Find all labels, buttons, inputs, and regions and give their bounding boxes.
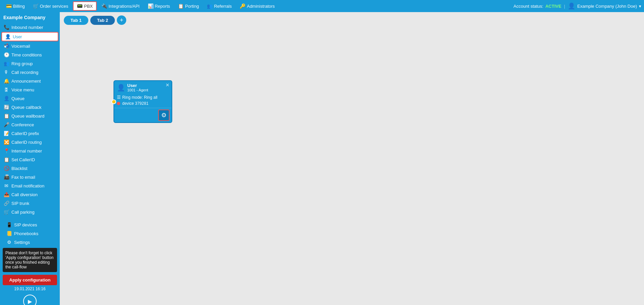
call-parking-icon: 🛒 xyxy=(3,209,9,215)
sidebar-item-callerid-routing[interactable]: 🔀CallerID routing xyxy=(0,138,60,146)
gear-icon: ⚙ xyxy=(161,112,167,119)
porting-icon: 📋 xyxy=(178,3,184,9)
main-layout: Example Company 📞Inbound number👤User📬Voi… xyxy=(0,12,644,305)
user-icon: 👤 xyxy=(5,34,11,39)
sidebar-item-sip-trunk[interactable]: 🔗SIP trunk xyxy=(0,199,60,208)
node-title-group: User 1001 - Agent xyxy=(127,83,148,92)
nav-item-pbx[interactable]: 📟PBX xyxy=(73,1,97,11)
sidebar-item-voice-menu[interactable]: 🎛Voice menu xyxy=(0,85,60,94)
ring-group-label: Ring group xyxy=(11,61,33,66)
call-recording-icon: 🎙 xyxy=(3,70,9,75)
nav-item-referrals[interactable]: 👥Referrals xyxy=(203,2,235,10)
nav-right: Account status: ACTIVE | 👤 Example Compa… xyxy=(513,2,641,10)
time-conditions-label: Time conditions xyxy=(11,52,42,57)
nav-item-reports[interactable]: 📊Reports xyxy=(144,2,174,10)
sidebar-item-call-parking[interactable]: 🛒Call parking xyxy=(0,208,60,216)
sidebar-bottom-item-sip-devices[interactable]: 📱SIP devices xyxy=(3,220,57,229)
tabs-bar: Tab 1 Tab 2 + xyxy=(60,12,644,28)
conference-icon: 🎤 xyxy=(3,122,9,127)
integrations-label: Integrations/API xyxy=(108,4,140,9)
blacklist-label: Blacklist xyxy=(11,166,28,171)
node-settings-button[interactable]: ⚙ xyxy=(158,110,170,121)
call-diversion-icon: 📤 xyxy=(3,192,9,197)
email-notification-label: Email notification xyxy=(11,183,44,188)
integrations-icon: 🔌 xyxy=(101,3,107,9)
sidebar-item-fax-to-email[interactable]: 📠Fax to email xyxy=(0,173,60,181)
tab-1-button[interactable]: Tab 1 xyxy=(64,16,88,25)
account-status-value: ACTIVE xyxy=(545,4,561,9)
phonebooks-label: Phonebooks xyxy=(14,231,38,236)
inbound-number-label: Inbound number xyxy=(11,25,43,30)
sidebar-item-internal-number[interactable]: 📍Internal number xyxy=(0,146,60,155)
sidebar-item-queue-wallboard[interactable]: 📋Queue wallboard xyxy=(0,112,60,120)
sidebar-item-blacklist[interactable]: 🚫Blacklist xyxy=(0,164,60,173)
nav-item-order-services[interactable]: 🛒Order services xyxy=(30,2,72,10)
user-avatar-icon: 👤 xyxy=(568,2,575,10)
apply-configuration-button[interactable]: Apply configuration xyxy=(3,275,57,285)
pbx-icon: 📟 xyxy=(77,3,83,9)
set-callerid-icon: 📋 xyxy=(3,157,9,162)
call-parking-label: Call parking xyxy=(11,210,35,215)
sidebar-item-call-recording[interactable]: 🎙Call recording xyxy=(0,68,60,77)
sidebar-item-inbound-number[interactable]: 📞Inbound number xyxy=(0,23,60,32)
sidebar: Example Company 📞Inbound number👤User📬Voi… xyxy=(0,12,60,305)
ring-mode-icon: ☰ xyxy=(117,95,121,100)
node-device: device 379281 xyxy=(117,101,169,106)
sidebar-bottom-items: 📱SIP devices📒Phonebooks⚙Settings xyxy=(3,220,57,247)
sidebar-item-call-diversion[interactable]: 📤Call diversion xyxy=(0,190,60,199)
sidebar-item-ring-group[interactable]: 👥Ring group xyxy=(0,59,60,68)
referrals-label: Referrals xyxy=(214,4,232,9)
sip-trunk-label: SIP trunk xyxy=(11,201,29,206)
user-info[interactable]: 👤 Example Company (John Doe) ▾ xyxy=(568,2,641,10)
sidebar-item-user[interactable]: 👤User xyxy=(1,32,58,41)
node-close-icon[interactable]: ✕ xyxy=(166,82,170,88)
left-connector-dot xyxy=(111,99,116,104)
sidebar-title: Example Company xyxy=(0,12,60,23)
callerid-routing-icon: 🔀 xyxy=(3,139,9,145)
sidebar-item-conference[interactable]: 🎤Conference xyxy=(0,120,60,129)
user-label: Example Company (John Doe) xyxy=(577,4,637,9)
sip-devices-icon: 📱 xyxy=(6,222,12,227)
administrators-label: Administrators xyxy=(247,4,275,9)
callerid-prefix-icon: 📝 xyxy=(3,131,9,136)
sidebar-item-time-conditions[interactable]: 🕐Time conditions xyxy=(0,50,60,59)
administrators-icon: 🔑 xyxy=(240,3,245,9)
nav-item-administrators[interactable]: 🔑Administrators xyxy=(236,2,278,10)
sidebar-bottom-item-phonebooks[interactable]: 📒Phonebooks xyxy=(3,229,57,238)
announcement-icon: 🔔 xyxy=(3,78,9,84)
tab-2-button[interactable]: Tab 2 xyxy=(90,16,115,25)
sidebar-item-announcement[interactable]: 🔔Announcement xyxy=(0,77,60,85)
phonebooks-icon: 📒 xyxy=(6,231,12,236)
node-card-footer: ⚙ xyxy=(114,108,172,122)
nav-item-integrations[interactable]: 🔌Integrations/API xyxy=(98,2,143,10)
play-button-wrap: ▶ PBX Introduction xyxy=(3,293,57,305)
sidebar-item-callerid-prefix[interactable]: 📝CallerID prefix xyxy=(0,129,60,138)
sidebar-bottom: 📱SIP devices📒Phonebooks⚙Settings Please … xyxy=(0,216,60,305)
sidebar-item-set-callerid[interactable]: 📋Set CallerID xyxy=(0,155,60,164)
billing-icon: 💳 xyxy=(6,3,12,9)
nav-items-left: 💳Billing🛒Order services📟PBX🔌Integrations… xyxy=(3,1,278,11)
sidebar-item-voicemail[interactable]: 📬Voicemail xyxy=(0,42,60,50)
sidebar-bottom-item-settings[interactable]: ⚙Settings xyxy=(3,238,57,247)
node-card-header: 👤 User 1001 - Agent ✕ xyxy=(114,81,172,93)
nav-item-billing[interactable]: 💳Billing xyxy=(3,2,28,10)
email-notification-icon: ✉ xyxy=(3,183,9,188)
node-ring-mode: ☰ Ring mode: Ring all xyxy=(117,95,169,100)
voicemail-label: Voicemail xyxy=(11,44,30,49)
sidebar-item-queue-callback[interactable]: 🔄Queue callback xyxy=(0,103,60,112)
callerid-routing-label: CallerID routing xyxy=(11,140,42,145)
fax-to-email-label: Fax to email xyxy=(11,175,35,180)
add-tab-button[interactable]: + xyxy=(117,15,126,25)
main-content: Tab 1 Tab 2 + 👤 User 1001 - Agent ✕ xyxy=(60,12,644,305)
account-status: Account status: ACTIVE xyxy=(513,4,561,9)
sidebar-item-queue[interactable]: 👤Queue xyxy=(0,94,60,103)
nav-item-porting[interactable]: 📋Porting xyxy=(175,2,202,10)
play-button[interactable]: ▶ xyxy=(23,295,37,305)
node-card-body: ☰ Ring mode: Ring all device 379281 xyxy=(114,93,172,108)
settings-icon: ⚙ xyxy=(6,239,12,245)
conference-label: Conference xyxy=(11,122,34,127)
order-services-label: Order services xyxy=(40,4,68,9)
user-node-card: 👤 User 1001 - Agent ✕ ☰ Ring mode: Ring … xyxy=(113,80,172,123)
inbound-number-icon: 📞 xyxy=(3,25,9,30)
sidebar-item-email-notification[interactable]: ✉Email notification xyxy=(0,181,60,190)
